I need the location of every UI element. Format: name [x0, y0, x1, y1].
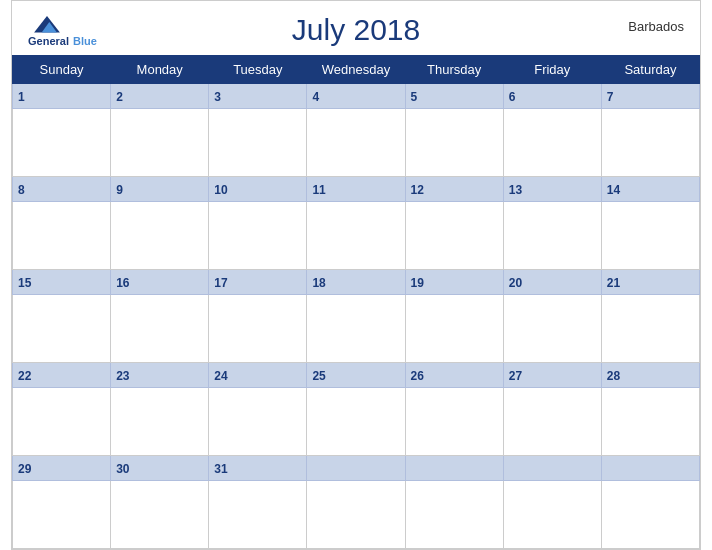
day-content-cell	[209, 388, 307, 456]
day-content-cell	[13, 109, 111, 177]
day-number: 13	[509, 183, 522, 197]
day-content-cell	[307, 388, 405, 456]
day-content-cell	[209, 481, 307, 549]
day-content-cell	[405, 109, 503, 177]
day-number: 19	[411, 276, 424, 290]
day-label-cell: 23	[111, 363, 209, 388]
logo-general: General	[28, 35, 69, 47]
day-label-cell	[405, 456, 503, 481]
day-content-cell	[503, 388, 601, 456]
day-label-cell: 2	[111, 84, 209, 109]
day-content-cell	[503, 295, 601, 363]
header-tuesday: Tuesday	[209, 56, 307, 84]
day-number: 29	[18, 462, 31, 476]
day-content-cell	[307, 109, 405, 177]
day-content-cell	[405, 481, 503, 549]
day-label-cell: 7	[601, 84, 699, 109]
week-content-row-1	[13, 109, 700, 177]
day-number: 11	[312, 183, 325, 197]
day-label-cell: 12	[405, 177, 503, 202]
day-number: 31	[214, 462, 227, 476]
calendar-title: July 2018	[292, 13, 420, 47]
week-label-row-1: 1234567	[13, 84, 700, 109]
day-number: 2	[116, 90, 123, 104]
day-label-cell: 27	[503, 363, 601, 388]
day-label-cell: 1	[13, 84, 111, 109]
day-label-cell: 6	[503, 84, 601, 109]
weekday-header-row: Sunday Monday Tuesday Wednesday Thursday…	[13, 56, 700, 84]
day-content-cell	[209, 295, 307, 363]
day-content-cell	[503, 481, 601, 549]
day-content-cell	[307, 202, 405, 270]
day-content-cell	[601, 295, 699, 363]
country-label: Barbados	[628, 19, 684, 34]
day-label-cell	[503, 456, 601, 481]
day-content-cell	[111, 202, 209, 270]
day-number: 16	[116, 276, 129, 290]
day-number: 17	[214, 276, 227, 290]
day-label-cell: 24	[209, 363, 307, 388]
week-label-row-5: 293031	[13, 456, 700, 481]
week-content-row-5	[13, 481, 700, 549]
day-label-cell: 5	[405, 84, 503, 109]
calendar-header: General Blue July 2018 Barbados	[12, 1, 700, 55]
day-label-cell: 21	[601, 270, 699, 295]
day-number: 7	[607, 90, 614, 104]
week-label-row-2: 891011121314	[13, 177, 700, 202]
day-label-cell: 11	[307, 177, 405, 202]
day-number: 30	[116, 462, 129, 476]
day-label-cell: 15	[13, 270, 111, 295]
week-label-row-4: 22232425262728	[13, 363, 700, 388]
day-label-cell: 25	[307, 363, 405, 388]
day-content-cell	[503, 109, 601, 177]
day-label-cell: 16	[111, 270, 209, 295]
day-number: 28	[607, 369, 620, 383]
day-label-cell: 3	[209, 84, 307, 109]
day-content-cell	[111, 388, 209, 456]
day-content-cell	[405, 388, 503, 456]
header-thursday: Thursday	[405, 56, 503, 84]
day-number: 12	[411, 183, 424, 197]
day-number: 15	[18, 276, 31, 290]
day-label-cell: 8	[13, 177, 111, 202]
day-content-cell	[209, 109, 307, 177]
day-label-cell: 14	[601, 177, 699, 202]
day-label-cell: 20	[503, 270, 601, 295]
logo: General Blue	[28, 11, 97, 47]
day-number: 21	[607, 276, 620, 290]
header-wednesday: Wednesday	[307, 56, 405, 84]
day-label-cell: 9	[111, 177, 209, 202]
day-number: 23	[116, 369, 129, 383]
day-content-cell	[601, 202, 699, 270]
day-content-cell	[13, 295, 111, 363]
day-label-cell: 19	[405, 270, 503, 295]
day-content-cell	[405, 202, 503, 270]
day-content-cell	[601, 388, 699, 456]
day-content-cell	[503, 202, 601, 270]
day-label-cell: 28	[601, 363, 699, 388]
day-number: 3	[214, 90, 221, 104]
day-content-cell	[307, 295, 405, 363]
day-number: 6	[509, 90, 516, 104]
day-content-cell	[111, 481, 209, 549]
day-content-cell	[13, 481, 111, 549]
day-content-cell	[209, 202, 307, 270]
day-content-cell	[601, 481, 699, 549]
day-number: 14	[607, 183, 620, 197]
day-number: 20	[509, 276, 522, 290]
header-friday: Friday	[503, 56, 601, 84]
week-content-row-3	[13, 295, 700, 363]
day-content-cell	[13, 202, 111, 270]
calendar-container: General Blue July 2018 Barbados Sunday M…	[11, 0, 701, 550]
day-label-cell: 31	[209, 456, 307, 481]
week-content-row-4	[13, 388, 700, 456]
day-label-cell: 22	[13, 363, 111, 388]
week-content-row-2	[13, 202, 700, 270]
day-number: 26	[411, 369, 424, 383]
day-number: 25	[312, 369, 325, 383]
header-saturday: Saturday	[601, 56, 699, 84]
day-label-cell: 30	[111, 456, 209, 481]
day-number: 27	[509, 369, 522, 383]
day-label-cell: 18	[307, 270, 405, 295]
day-content-cell	[601, 109, 699, 177]
